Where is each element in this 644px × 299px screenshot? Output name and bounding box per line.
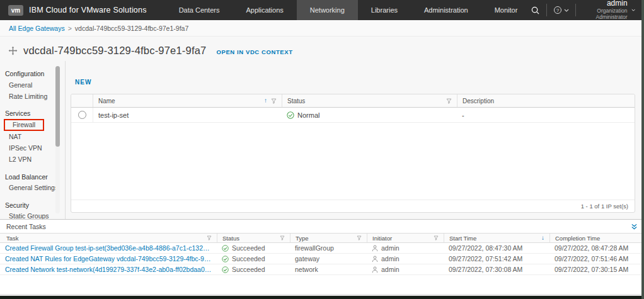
page-header: vdcdal-749bcc59-3129-4fbc-97e1-9fa7 OPEN… [0,37,644,65]
task-status-cell: Succeeded [217,264,290,274]
task-type-cell: network [290,264,367,274]
filter-icon[interactable] [280,235,285,240]
chevron-down-icon [564,9,569,12]
ipset-table-row[interactable]: test-ip-set Normal - [71,108,635,123]
task-table-row: Created Firewall Group test-ip-set(3bed0… [0,243,644,254]
status-succeeded-icon [222,266,229,273]
task-link[interactable]: Created Network test-network(4d199279-33… [5,266,212,273]
breadcrumb-current: vdcdal-749bcc59-3129-4fbc-97e1-9fa7 [75,25,188,32]
ipset-description-cell: - [457,108,635,122]
recent-tasks-panel: Recent Tasks Task Status Type Initiator … [0,219,644,294]
ip-sets-panel: NEW Name ↑ Status Desc [66,65,644,219]
window-edge-right [641,0,644,299]
window-edge-bottom [0,296,644,299]
open-in-vdc-context-link[interactable]: OPEN IN VDC CONTEXT [216,48,292,55]
collapse-panel-button[interactable] [631,223,638,230]
nav-tab-administration[interactable]: Administration [411,0,481,20]
ipset-status-cell: Normal [282,108,457,122]
type-column-header: Type [290,234,367,242]
task-completion-time-cell: 09/27/2022, 07:51:46 AM [549,254,644,264]
task-link[interactable]: Created NAT Rules for EdgeGateway vdcdal… [5,255,212,262]
edge-gateway-icon [8,46,18,55]
chevron-down-icon [631,8,635,12]
status-normal-icon [287,111,294,119]
task-table-row: Created NAT Rules for EdgeGateway vdcdal… [0,254,644,264]
pagination-summary: 1 - 1 of 1 IP set(s) [71,200,635,212]
filter-icon[interactable] [357,235,362,240]
initiator-column-header: Initiator [367,234,444,242]
search-button[interactable] [531,6,540,15]
sidebar: Configuration GeneralRate Limiting Servi… [0,65,66,219]
divider [546,4,547,16]
table-empty-space [71,123,635,200]
status-column-header: Status [282,94,457,107]
breadcrumb: All Edge Gateways > vdcdal-749bcc59-3129… [0,20,644,37]
top-navigation-bar: vm IBM Cloud for VMware Solutions Data C… [0,0,644,20]
sidebar-divider [65,61,66,219]
new-ip-set-button[interactable]: NEW [75,79,91,86]
main-nav: Data CentersApplicationsNetworkingLibrar… [166,0,531,20]
ipset-name-cell: test-ip-set [93,108,282,122]
sidebar-scrollbar-thumb[interactable] [55,66,60,147]
status-succeeded-icon [222,256,229,262]
start-time-column-header: Start Time ↓ [444,234,549,242]
filter-icon[interactable] [434,235,439,240]
ipset-table-body: test-ip-set Normal - [71,108,635,123]
ip-sets-table: Name ↑ Status Description test [71,94,635,213]
filter-icon[interactable] [446,98,452,104]
brand: vm IBM Cloud for VMware Solutions [0,0,157,20]
user-menu-button[interactable]: admin Organization Administrator [582,0,638,21]
breadcrumb-link-all-edge-gateways[interactable]: All Edge Gateways [9,25,65,32]
recent-tasks-title: Recent Tasks [6,223,46,230]
task-completion-time-cell: 09/27/2022, 08:47:28 AM [549,243,644,253]
nav-tab-data-centers[interactable]: Data Centers [166,0,233,20]
task-table-row: Created Network test-network(4d199279-33… [0,264,644,275]
double-chevron-down-icon [631,223,638,230]
nav-tab-monitor[interactable]: Monitor [481,0,531,20]
filter-icon[interactable] [207,235,212,240]
name-column-header: Name ↑ [93,94,282,107]
page-title: vdcdal-749bcc59-3129-4fbc-97e1-9fa7 [23,45,206,57]
person-icon [372,256,378,262]
person-icon [372,245,378,252]
task-start-time-cell: 09/27/2022, 08:47:30 AM [444,243,549,253]
sort-ascending-icon[interactable]: ↑ [264,98,267,104]
task-type-cell: gateway [290,254,367,264]
tasks-table-body: Created Firewall Group test-ip-set(3bed0… [0,243,644,275]
status-succeeded-icon [222,245,229,252]
ip-sets-table-header: Name ↑ Status Description [71,94,635,108]
topnav-right: ? admin Organization Administrator [531,0,644,20]
help-icon: ? [553,6,562,14]
nav-tab-networking[interactable]: Networking [297,0,358,20]
sidebar-item-firewall[interactable]: Firewall [4,119,44,131]
task-initiator-cell: admin [367,243,444,253]
completion-time-column-header: Completion Time [549,234,644,242]
content-area: Configuration GeneralRate Limiting Servi… [0,65,644,219]
task-start-time-cell: 09/27/2022, 07:51:42 AM [444,254,549,264]
task-completion-time-cell: 09/27/2022, 07:30:15 AM [549,264,644,274]
filter-icon[interactable] [271,98,277,104]
task-initiator-cell: admin [367,254,444,264]
row-radio-button[interactable] [78,111,86,119]
person-icon [372,266,378,273]
divider [575,4,576,16]
task-link[interactable]: Created Firewall Group test-ip-set(3bed0… [5,244,212,252]
task-type-cell: firewallGroup [290,243,367,253]
help-menu-button[interactable]: ? [553,6,569,14]
radio-column-header [71,94,93,107]
description-column-header: Description [457,94,635,107]
svg-text:?: ? [556,8,560,13]
nav-tab-applications[interactable]: Applications [233,0,296,20]
sort-descending-icon[interactable]: ↓ [541,235,544,241]
vmware-logo: vm [8,5,23,16]
task-status-cell: Succeeded [217,254,290,264]
user-role: Organization Administrator [582,8,628,21]
product-title: IBM Cloud for VMware Solutions [29,6,147,14]
status-column-header: Status [217,234,290,242]
search-icon [531,6,540,15]
tasks-table-header: Task Status Type Initiator Start Time ↓ … [0,233,644,243]
task-status-cell: Succeeded [217,243,290,253]
nav-tab-libraries[interactable]: Libraries [358,0,411,20]
task-column-header: Task [0,234,217,242]
task-start-time-cell: 09/27/2022, 07:30:08 AM [444,264,549,274]
